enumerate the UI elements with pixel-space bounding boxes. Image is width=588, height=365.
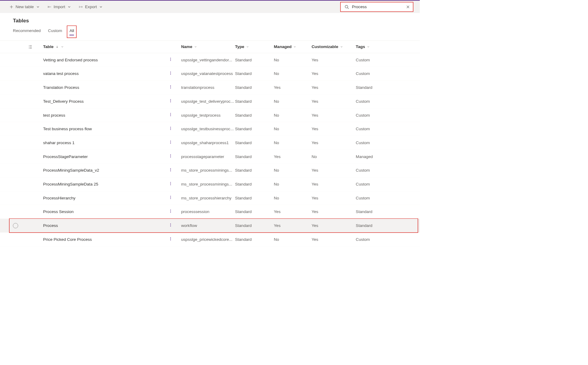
row-table-cell[interactable]: ProcessMiningSampleData 25 [43,182,181,186]
tab-custom[interactable]: Custom [48,27,62,35]
svg-point-49 [170,198,171,199]
table-row[interactable]: Test business process flowuspsslge_testb… [0,122,420,136]
row-table-cell[interactable]: Vetting and Endorsed process [43,57,181,62]
row-table-cell[interactable]: Test business process flow [43,126,181,131]
svg-point-45 [170,183,171,184]
export-label: Export [85,5,97,9]
header-list-icon[interactable] [28,45,43,49]
row-more-icon[interactable] [169,168,172,173]
row-type-cell: Standard [235,85,274,90]
export-icon [79,5,83,9]
command-bar: New table Import Export [0,0,420,13]
row-more-icon[interactable] [169,57,172,62]
table-row[interactable]: ProcessMiningSampleData 25ms_store_proce… [0,177,420,191]
chevron-down-icon [99,5,103,9]
row-tags-cell: Standard [356,85,392,90]
row-more-icon[interactable] [169,85,172,90]
table-row[interactable]: Vetting and Endorsed processuspsslge_vet… [0,53,420,67]
search-input[interactable] [352,5,403,9]
search-icon [345,5,349,9]
row-more-icon[interactable] [169,71,172,76]
table-row[interactable]: Process SessionprocesssessionStandardYes… [0,205,420,219]
row-table-cell[interactable]: shahar process 1 [43,140,181,145]
row-more-icon[interactable] [169,223,172,228]
row-table-cell[interactable]: ProcessHierarchy [43,195,181,200]
row-managed-cell: No [274,113,312,118]
row-table-cell[interactable]: vatana test process [43,71,181,76]
row-table-cell[interactable]: Process Session [43,209,181,214]
table-row[interactable]: ProcessStageParameterprocessstageparamet… [0,150,420,164]
chevron-down-icon [293,45,296,48]
search-box[interactable] [340,2,413,12]
import-button[interactable]: Import [47,3,72,10]
table-row[interactable]: ProcessMiningSampleData_v2ms_store_proce… [0,163,420,177]
table-row[interactable]: Test_Delivery Processuspsslge_test_deliv… [0,95,420,108]
row-more-icon[interactable] [169,140,172,145]
svg-point-17 [170,58,171,58]
svg-point-36 [170,142,171,142]
table-row[interactable]: ProcessHierarchyms_store_processhierarch… [0,191,420,205]
row-customizable-cell: Yes [312,57,356,62]
tab-list: Recommended Custom All [0,27,420,40]
row-more-icon[interactable] [169,195,172,200]
row-table-cell[interactable]: Process [43,223,181,228]
export-button[interactable]: Export [78,3,104,10]
svg-point-52 [170,212,171,213]
row-table-cell[interactable]: Test_Delivery Process [43,99,181,104]
row-tags-cell: Managed [356,154,392,159]
table-row[interactable]: vatana test processuspsslge_vatanatestpr… [0,67,420,81]
column-header-table-label: Table [43,44,53,49]
row-name-cell: ms_store_processminings... [181,168,235,173]
row-more-icon[interactable] [169,154,172,159]
row-more-icon[interactable] [169,126,172,131]
row-more-icon[interactable] [169,209,172,214]
tab-recommended[interactable]: Recommended [13,27,41,35]
row-checkbox-cell[interactable] [13,223,28,228]
row-table-label: test process [43,113,65,118]
column-header-name[interactable]: Name [181,44,235,49]
row-customizable-cell: Yes [312,140,356,145]
new-table-button[interactable]: New table [9,3,41,10]
row-customizable-cell: Yes [312,99,356,104]
row-more-icon[interactable] [169,99,172,104]
row-more-icon[interactable] [169,113,172,118]
row-checkbox[interactable] [13,223,18,228]
row-type-cell: Standard [235,182,274,187]
svg-point-46 [170,185,171,185]
svg-point-32 [170,127,171,128]
chevron-down-icon [61,45,64,48]
import-label: Import [53,5,65,9]
column-header-table[interactable]: Table [43,44,181,49]
column-header-customizable[interactable]: Customizable [312,44,356,49]
table-row[interactable]: test processuspsslge_testprocessStandard… [0,108,420,122]
row-managed-cell: Yes [274,223,312,228]
row-table-cell[interactable]: test process [43,113,181,118]
row-table-cell[interactable]: ProcessStageParameter [43,154,181,159]
svg-point-39 [170,156,171,156]
table-row[interactable]: shahar process 1uspsslge_shaharprocess1S… [0,136,420,150]
row-tags-cell: Custom [356,127,392,131]
svg-point-43 [170,171,171,171]
table-row[interactable]: ProcessworkflowStandardYesYesStandard [0,219,420,233]
chevron-down-icon [246,45,249,48]
row-table-cell[interactable]: Translation Process [43,85,181,90]
row-table-cell[interactable]: ProcessMiningSampleData_v2 [43,168,181,173]
column-header-tags-label: Tags [356,44,365,49]
row-more-icon[interactable] [169,182,172,186]
row-more-icon[interactable] [169,237,172,242]
page-title: Tables [0,18,420,28]
column-header-type[interactable]: Type [235,44,274,49]
table-row[interactable]: Price Picked Core Processuspsslge_pricew… [0,233,420,247]
row-table-label: ProcessHierarchy [43,195,76,200]
row-table-label: Process [43,223,58,228]
row-managed-cell: Yes [274,209,312,214]
svg-point-48 [170,197,171,198]
column-header-managed[interactable]: Managed [274,44,312,49]
row-table-cell[interactable]: Price Picked Core Process [43,237,181,242]
clear-search-icon[interactable] [406,5,410,9]
row-name-cell: processsession [181,209,235,214]
row-name-cell: uspsslge_testbusinessproc... [181,127,235,131]
table-row[interactable]: Translation ProcesstranslationprocessSta… [0,81,420,95]
tab-all[interactable]: All [69,27,74,35]
column-header-tags[interactable]: Tags [356,44,392,49]
